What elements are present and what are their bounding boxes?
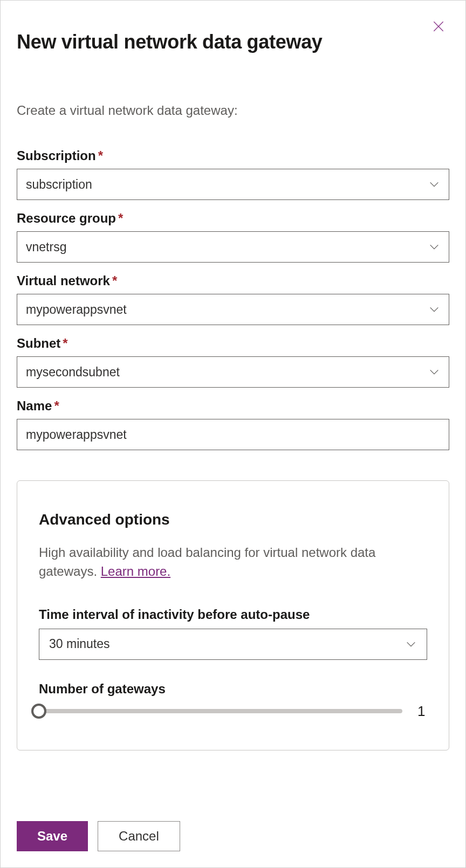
virtual-network-label-text: Virtual network bbox=[17, 273, 110, 288]
chevron-down-icon bbox=[428, 178, 440, 190]
subscription-label-text: Subscription bbox=[17, 148, 96, 163]
resource-group-label-text: Resource group bbox=[17, 211, 116, 225]
chevron-down-icon bbox=[405, 638, 417, 650]
required-asterisk: * bbox=[112, 273, 117, 288]
close-button[interactable] bbox=[430, 18, 447, 35]
panel-footer: Save Cancel bbox=[17, 800, 449, 851]
subnet-value: mysecondsubnet bbox=[26, 365, 120, 380]
learn-more-link[interactable]: Learn more. bbox=[101, 564, 170, 578]
required-asterisk: * bbox=[98, 148, 103, 163]
name-value: mypowerappsvnet bbox=[26, 428, 127, 442]
virtual-network-field: Virtual network* mypowerappsvnet bbox=[17, 273, 449, 325]
resource-group-field: Resource group* vnetrsg bbox=[17, 211, 449, 263]
chevron-down-icon bbox=[428, 366, 440, 378]
subscription-select[interactable]: subscription bbox=[17, 169, 449, 200]
virtual-network-label: Virtual network* bbox=[17, 273, 449, 288]
subscription-label: Subscription* bbox=[17, 148, 449, 163]
name-label-text: Name bbox=[17, 398, 52, 413]
gateways-slider[interactable] bbox=[39, 709, 402, 713]
save-button[interactable]: Save bbox=[17, 821, 88, 851]
resource-group-value: vnetrsg bbox=[26, 240, 66, 254]
subnet-select[interactable]: mysecondsubnet bbox=[17, 356, 449, 388]
advanced-desc-text: High availability and load balancing for… bbox=[39, 545, 375, 578]
inactivity-label: Time interval of inactivity before auto-… bbox=[39, 607, 427, 622]
subscription-value: subscription bbox=[26, 177, 92, 192]
subnet-label-text: Subnet bbox=[17, 336, 60, 350]
panel-subtitle: Create a virtual network data gateway: bbox=[17, 103, 449, 118]
virtual-network-value: mypowerappsvnet bbox=[26, 302, 127, 317]
advanced-options-card: Advanced options High availability and l… bbox=[17, 480, 449, 750]
subscription-field: Subscription* subscription bbox=[17, 148, 449, 200]
chevron-down-icon bbox=[428, 304, 440, 315]
subnet-label: Subnet* bbox=[17, 336, 449, 351]
inactivity-select[interactable]: 30 minutes bbox=[39, 629, 427, 660]
close-icon bbox=[431, 19, 446, 33]
name-field: Name* mypowerappsvnet bbox=[17, 398, 449, 450]
new-vnet-gateway-panel: New virtual network data gateway Create … bbox=[1, 1, 465, 867]
inactivity-value: 30 minutes bbox=[49, 637, 110, 651]
virtual-network-select[interactable]: mypowerappsvnet bbox=[17, 294, 449, 325]
chevron-down-icon bbox=[428, 241, 440, 253]
gateways-value: 1 bbox=[417, 703, 427, 720]
panel-title: New virtual network data gateway bbox=[17, 31, 449, 53]
resource-group-select[interactable]: vnetrsg bbox=[17, 231, 449, 263]
slider-thumb[interactable] bbox=[31, 704, 46, 719]
gateways-label: Number of gateways bbox=[39, 681, 427, 697]
required-asterisk: * bbox=[118, 211, 123, 225]
required-asterisk: * bbox=[63, 336, 67, 350]
name-label: Name* bbox=[17, 398, 449, 414]
name-input[interactable]: mypowerappsvnet bbox=[17, 419, 449, 450]
advanced-options-description: High availability and load balancing for… bbox=[39, 543, 427, 581]
resource-group-label: Resource group* bbox=[17, 211, 449, 226]
required-asterisk: * bbox=[54, 398, 59, 413]
gateways-slider-row: 1 bbox=[39, 703, 427, 720]
cancel-button[interactable]: Cancel bbox=[98, 821, 180, 851]
subnet-field: Subnet* mysecondsubnet bbox=[17, 336, 449, 388]
advanced-options-title: Advanced options bbox=[39, 511, 427, 528]
